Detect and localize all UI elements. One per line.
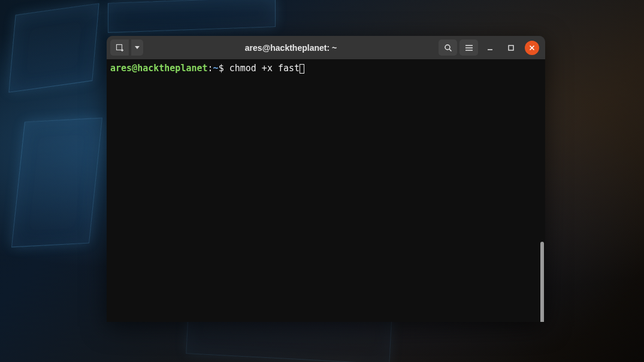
minimize-icon — [486, 44, 494, 51]
chevron-down-icon — [135, 46, 140, 50]
svg-line-4 — [449, 49, 452, 51]
prompt-line: ares@hacktheplanet:~$ chmod +x fast — [110, 63, 542, 74]
close-icon — [529, 45, 535, 51]
maximize-icon — [507, 44, 515, 51]
tab-dropdown-button[interactable] — [131, 39, 143, 56]
svg-rect-9 — [509, 45, 513, 50]
svg-rect-0 — [116, 44, 122, 50]
minimize-button[interactable] — [480, 39, 499, 56]
prompt-separator: : — [208, 63, 213, 74]
terminal-window: ares@hacktheplanet: ~ — [107, 36, 545, 322]
wallpaper-decor — [108, 0, 276, 33]
wallpaper-decor — [11, 118, 102, 248]
hamburger-icon — [465, 44, 473, 51]
terminal-body[interactable]: ares@hacktheplanet:~$ chmod +x fast — [107, 59, 545, 322]
new-tab-button[interactable] — [110, 39, 129, 56]
search-button[interactable] — [439, 39, 457, 56]
prompt-cwd: ~ — [213, 63, 219, 74]
new-tab-icon — [116, 44, 124, 52]
prompt-user-host: ares@hacktheplanet — [110, 63, 208, 74]
scrollbar-thumb[interactable] — [540, 242, 544, 322]
wallpaper-decor — [8, 3, 99, 93]
menu-button[interactable] — [459, 39, 478, 56]
cursor — [300, 64, 304, 74]
search-icon — [444, 44, 452, 52]
titlebar[interactable]: ares@hacktheplanet: ~ — [107, 36, 545, 59]
prompt-symbol: $ — [219, 63, 229, 74]
command-text: chmod +x fast — [229, 63, 300, 74]
window-title: ares@hacktheplanet: ~ — [146, 43, 436, 53]
maximize-button[interactable] — [501, 39, 520, 56]
svg-point-3 — [445, 45, 450, 50]
close-button[interactable] — [525, 41, 539, 55]
